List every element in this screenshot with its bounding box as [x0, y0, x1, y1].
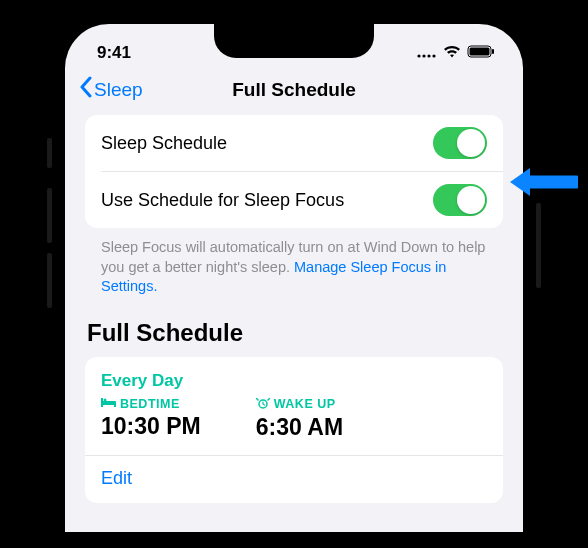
footer-text: Sleep Focus will automatically turn on a… [85, 228, 503, 297]
use-focus-row: Use Schedule for Sleep Focus [85, 172, 503, 228]
navigation-bar: Sleep Full Schedule [65, 68, 523, 115]
sleep-schedule-row: Sleep Schedule [85, 115, 503, 171]
bedtime-value: 10:30 PM [101, 413, 201, 440]
sleep-schedule-toggle[interactable] [433, 127, 487, 159]
back-label: Sleep [94, 79, 143, 101]
cellular-icon [417, 43, 437, 63]
bedtime-column: BEDTIME 10:30 PM [101, 397, 201, 441]
section-header: Full Schedule [85, 297, 503, 357]
use-focus-label: Use Schedule for Sleep Focus [101, 190, 344, 211]
svg-rect-9 [114, 402, 116, 407]
wifi-icon [443, 43, 461, 63]
svg-point-2 [427, 54, 430, 57]
schedule-days: Every Day [101, 371, 487, 391]
page-title: Full Schedule [232, 79, 356, 101]
sleep-schedule-label: Sleep Schedule [101, 133, 227, 154]
back-button[interactable]: Sleep [79, 76, 143, 103]
svg-point-1 [422, 54, 425, 57]
svg-rect-8 [101, 398, 103, 407]
bed-icon [101, 397, 116, 411]
edit-button[interactable]: Edit [85, 455, 503, 489]
chevron-left-icon [79, 76, 92, 103]
annotation-arrow-icon [506, 164, 578, 204]
bedtime-label: BEDTIME [120, 397, 180, 411]
svg-point-3 [432, 54, 435, 57]
status-time: 9:41 [97, 43, 131, 63]
svg-rect-7 [101, 401, 116, 405]
wakeup-value: 6:30 AM [256, 414, 343, 441]
svg-rect-5 [470, 48, 490, 56]
wakeup-column: WAKE UP 6:30 AM [256, 397, 343, 441]
wakeup-label: WAKE UP [274, 397, 336, 411]
alarm-icon [256, 397, 270, 412]
settings-card: Sleep Schedule Use Schedule for Sleep Fo… [85, 115, 503, 228]
svg-point-10 [104, 398, 107, 401]
battery-icon [467, 43, 495, 63]
svg-rect-6 [492, 49, 494, 54]
use-focus-toggle[interactable] [433, 184, 487, 216]
schedule-card: Every Day BEDTIME 10:30 PM [85, 357, 503, 503]
svg-point-0 [417, 54, 420, 57]
